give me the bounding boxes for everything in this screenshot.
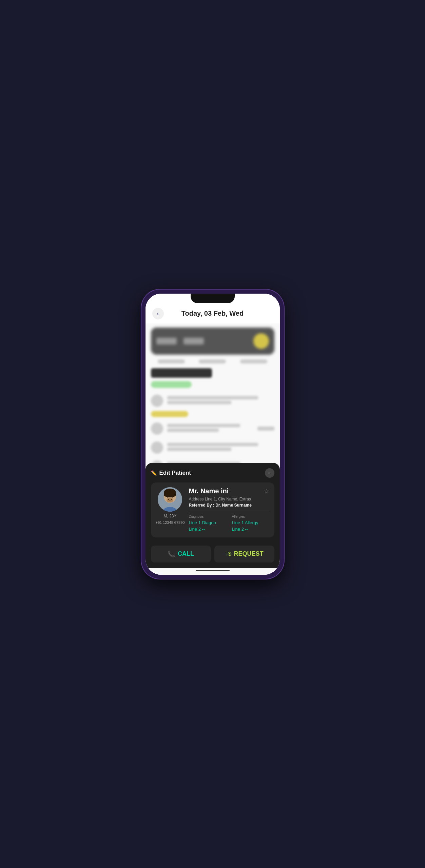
request-icon: ≡$ <box>225 551 231 557</box>
patient-details-row: Diagnosis Line 1 Diagno Line 2 -- Allerg… <box>189 515 269 533</box>
diagnosis-col: Diagnosis Line 1 Diagno Line 2 -- <box>189 515 226 533</box>
call-button[interactable]: 📞 CALL <box>151 546 211 563</box>
patient-name-row: Mr. Name ini ☆ <box>189 487 269 495</box>
divider <box>189 511 269 511</box>
blurred-tabs <box>151 359 274 363</box>
patient-phone: +91 12345 67890 <box>156 520 185 525</box>
patient-name: Mr. Name ini <box>189 487 229 495</box>
avatar <box>158 487 182 512</box>
phone-icon: 📞 <box>168 550 175 558</box>
allergies-line1: Line 1 Allergy <box>232 519 269 526</box>
svg-point-7 <box>172 496 173 497</box>
edit-pencil-icon: ✏️ <box>151 470 157 476</box>
svg-point-6 <box>167 496 169 497</box>
svg-point-4 <box>164 492 176 497</box>
action-buttons: 📞 CALL ≡$ REQUEST <box>151 542 274 568</box>
call-label: CALL <box>178 550 194 557</box>
diagnosis-line1: Line 1 Diagno <box>189 519 226 526</box>
blurred-list-item-1 <box>151 392 274 410</box>
favorite-star-icon[interactable]: ☆ <box>264 487 270 495</box>
screen-content: ‹ Today, 03 Feb, Wed <box>146 294 280 575</box>
home-indicator <box>146 568 280 575</box>
allergies-label: Allergies <box>232 515 269 518</box>
close-icon: × <box>268 470 271 476</box>
avatar-container: M, 23Y +91 12345 67890 <box>156 487 185 525</box>
blurred-top-card <box>151 328 274 355</box>
patient-referred-by: Referred By : Dr. Name Surname <box>189 503 269 508</box>
blurred-status-badge <box>151 381 192 388</box>
home-bar <box>196 570 230 571</box>
blurred-list-item-2 <box>151 420 274 437</box>
panel-title: Edit Patient <box>159 470 191 476</box>
patient-card-top: M, 23Y +91 12345 67890 Mr. Name ini ☆ Ad… <box>156 487 270 533</box>
request-button[interactable]: ≡$ REQUEST <box>214 546 274 563</box>
phone-screen: ‹ Today, 03 Feb, Wed <box>146 294 280 575</box>
phone-frame: ‹ Today, 03 Feb, Wed <box>141 290 284 579</box>
blurred-section-header <box>151 368 212 378</box>
panel-header: ✏️ Edit Patient × <box>151 468 274 478</box>
page-title: Today, 03 Feb, Wed <box>164 310 262 317</box>
back-button[interactable]: ‹ <box>152 308 164 319</box>
edit-patient-panel: ✏️ Edit Patient × <box>146 463 280 568</box>
patient-address: Address Line 1, City Name, Extras <box>189 497 269 501</box>
diagnosis-line2: Line 2 -- <box>189 526 226 533</box>
panel-title-row: ✏️ Edit Patient <box>151 470 191 476</box>
back-icon: ‹ <box>157 311 159 317</box>
diagnosis-label: Diagnosis <box>189 515 226 518</box>
patient-card: M, 23Y +91 12345 67890 Mr. Name ini ☆ Ad… <box>151 482 274 537</box>
phone-notch <box>191 294 235 303</box>
allergies-line2: Line 2 -- <box>232 526 269 533</box>
blurred-list-item-3 <box>151 439 274 456</box>
allergies-col: Allergies Line 1 Allergy Line 2 -- <box>232 515 269 533</box>
request-label: REQUEST <box>234 550 264 557</box>
main-content: ✏️ Edit Patient × <box>146 323 280 568</box>
close-button[interactable]: × <box>265 468 274 478</box>
patient-gender-age: M, 23Y <box>163 514 176 518</box>
patient-info: Mr. Name ini ☆ Address Line 1, City Name… <box>189 487 269 533</box>
